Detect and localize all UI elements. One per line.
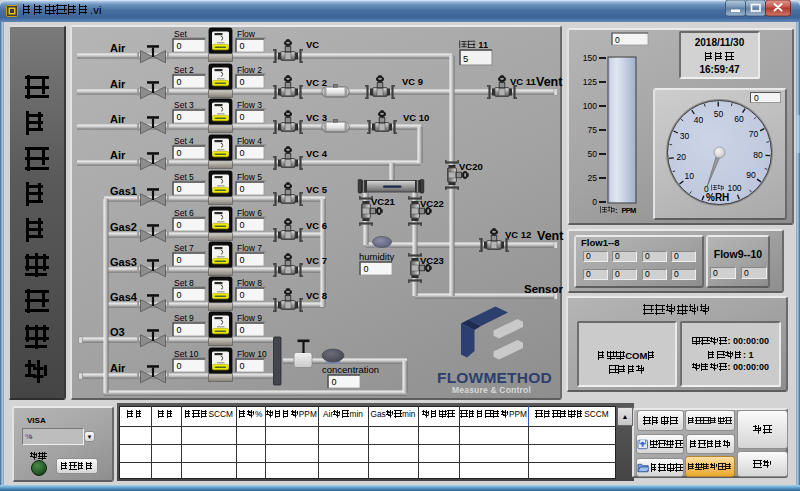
svg-text:VC 8: VC 8 — [306, 290, 327, 301]
svg-text::: : — [615, 206, 618, 215]
svg-text:VC 7: VC 7 — [306, 255, 327, 266]
svg-text:100: 100 — [583, 101, 597, 111]
svg-text:Air: Air — [110, 362, 126, 374]
svg-text:VC: VC — [306, 39, 319, 50]
svg-text:Gas1: Gas1 — [110, 185, 137, 197]
svg-text:VC22: VC22 — [420, 198, 444, 209]
svg-text:VC 11: VC 11 — [510, 76, 537, 87]
svg-text:80: 80 — [753, 150, 763, 160]
svg-text:VC20: VC20 — [459, 161, 483, 172]
svg-text:10: 10 — [685, 171, 695, 181]
svg-text:%RH: %RH — [706, 192, 729, 203]
svg-text:60: 60 — [734, 114, 744, 124]
svg-text:150: 150 — [583, 53, 597, 63]
svg-text:1: 1 — [483, 40, 488, 50]
svg-text:Air: Air — [110, 149, 126, 161]
svg-text:Flow 8: Flow 8 — [237, 278, 262, 288]
svg-text:Set 3: Set 3 — [174, 100, 194, 110]
svg-text:Vent: Vent — [537, 229, 564, 243]
svg-text:Vent: Vent — [536, 75, 563, 89]
svg-text:Flow 5: Flow 5 — [237, 172, 262, 182]
svg-text:Measure & Control: Measure & Control — [452, 385, 531, 395]
svg-text:VC21: VC21 — [371, 196, 395, 207]
svg-text:O3: O3 — [110, 326, 125, 338]
svg-text:Gas3: Gas3 — [110, 256, 137, 268]
svg-text:25: 25 — [588, 173, 598, 183]
svg-text:Sensor: Sensor — [524, 283, 564, 295]
svg-text:Flow 6: Flow 6 — [237, 208, 262, 218]
svg-text:Set 5: Set 5 — [174, 172, 194, 182]
svg-text:VC 5: VC 5 — [306, 184, 328, 195]
svg-text:Air: Air — [110, 113, 126, 125]
svg-text:Flow 2: Flow 2 — [237, 65, 262, 75]
svg-text:30: 30 — [680, 131, 690, 141]
svg-text:40: 40 — [694, 115, 704, 125]
svg-text:5: 5 — [463, 53, 468, 64]
svg-text:Flow 7: Flow 7 — [237, 243, 262, 253]
svg-text:VC 4: VC 4 — [306, 148, 328, 159]
svg-text:VC 2: VC 2 — [306, 77, 327, 88]
svg-text:Set 4: Set 4 — [174, 136, 194, 146]
svg-text:Gas2: Gas2 — [110, 221, 137, 233]
svg-text:concentration: concentration — [322, 364, 379, 375]
svg-text:75: 75 — [588, 125, 598, 135]
svg-text:50: 50 — [714, 109, 724, 119]
svg-text:FLOWMETHOD: FLOWMETHOD — [437, 369, 552, 386]
svg-text:Set 2: Set 2 — [174, 65, 194, 75]
svg-text:0: 0 — [592, 197, 597, 207]
svg-text:Flow 3: Flow 3 — [237, 100, 262, 110]
svg-text:125: 125 — [583, 77, 597, 87]
svg-text:Set 8: Set 8 — [174, 278, 194, 288]
svg-text:VC 6: VC 6 — [306, 220, 327, 231]
svg-text:90: 90 — [746, 170, 756, 180]
svg-text:0: 0 — [615, 35, 620, 45]
svg-text:50: 50 — [588, 149, 598, 159]
svg-text:Set 9: Set 9 — [174, 313, 194, 323]
svg-text:Gas4: Gas4 — [110, 291, 138, 303]
svg-text:VC23: VC23 — [420, 255, 444, 266]
svg-text:VC 3: VC 3 — [306, 112, 327, 123]
svg-text:Set: Set — [174, 29, 187, 39]
svg-text:Flow 10: Flow 10 — [237, 349, 267, 359]
svg-text:Flow 9: Flow 9 — [237, 313, 262, 323]
svg-text:Flow 4: Flow 4 — [237, 136, 262, 146]
svg-text:M: M — [630, 206, 636, 215]
svg-text:Set 10: Set 10 — [174, 349, 199, 359]
svg-text:Flow: Flow — [237, 29, 256, 39]
svg-text:20: 20 — [677, 152, 687, 162]
svg-text:VC 10: VC 10 — [403, 112, 429, 123]
svg-text:humidity: humidity — [359, 251, 395, 262]
svg-text:100: 100 — [727, 183, 741, 193]
svg-text:70: 70 — [749, 129, 759, 139]
svg-text:VC 9: VC 9 — [402, 76, 423, 87]
svg-text:Air: Air — [110, 78, 126, 90]
svg-text:VC 12: VC 12 — [505, 229, 531, 240]
svg-text:Air: Air — [110, 42, 126, 54]
svg-text:Set 6: Set 6 — [174, 208, 194, 218]
svg-text:Set 7: Set 7 — [174, 243, 194, 253]
